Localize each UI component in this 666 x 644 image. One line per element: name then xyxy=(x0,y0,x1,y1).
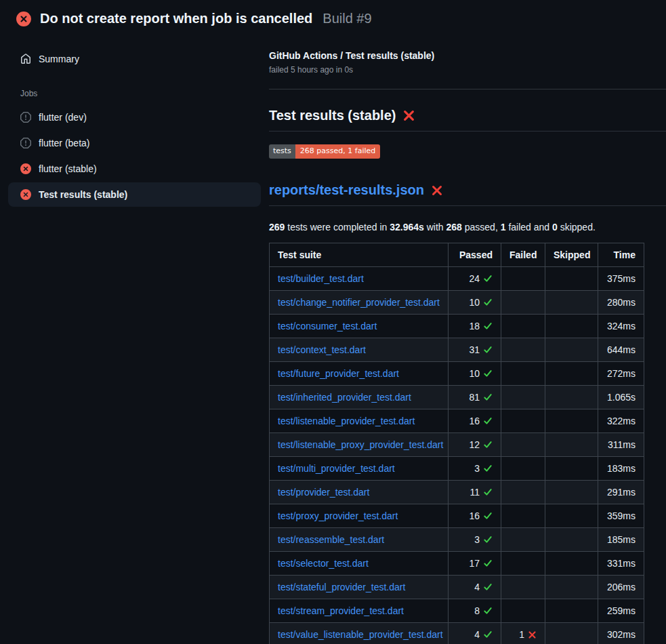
suite-link[interactable]: test/stateful_provider_test.dart xyxy=(278,582,405,592)
check-mark-icon xyxy=(483,630,493,639)
cross-mark-icon xyxy=(528,630,537,639)
page-title: Do not create report when job is cancell… xyxy=(40,11,312,26)
failed-cell xyxy=(501,481,545,504)
suite-link[interactable]: test/stream_provider_test.dart xyxy=(278,605,404,616)
run-meta: failed 5 hours ago in 0s xyxy=(269,65,666,75)
suite-cell: test/value_listenable_provider_test.dart xyxy=(270,623,449,644)
failed-count: 1 xyxy=(519,628,537,641)
passed-value: 24 xyxy=(469,272,480,285)
skipped-cell xyxy=(545,433,598,457)
section-title: Test results (stable) xyxy=(269,108,666,132)
suite-link[interactable]: test/value_listenable_provider_test.dart xyxy=(278,629,443,640)
table-row: test/inherited_provider_test.dart81 1.06… xyxy=(270,386,644,409)
suite-link[interactable]: test/listenable_proxy_provider_test.dart xyxy=(278,439,443,450)
check-mark-icon xyxy=(483,559,493,568)
x-circle-fill-icon xyxy=(20,189,31,200)
failed-cell xyxy=(501,315,545,338)
failed-cell xyxy=(501,267,545,291)
table-row: test/proxy_provider_test.dart16 359ms xyxy=(270,504,644,528)
skipped-cell xyxy=(545,528,598,552)
sidebar-summary-label: Summary xyxy=(39,52,79,66)
skipped-cell xyxy=(545,291,598,315)
suite-link[interactable]: test/context_test.dart xyxy=(278,344,366,355)
passed-value: 18 xyxy=(469,319,480,333)
skipped-cell xyxy=(545,386,598,409)
time-cell: 291ms xyxy=(598,481,644,504)
passed-cell: 17 xyxy=(449,552,501,576)
check-mark-icon xyxy=(483,535,493,544)
suite-link[interactable]: test/provider_test.dart xyxy=(278,487,369,498)
sidebar-item-test-results-stable-[interactable]: Test results (stable) xyxy=(8,182,261,207)
suite-link[interactable]: test/proxy_provider_test.dart xyxy=(278,510,398,521)
table-row: test/listenable_provider_test.dart16 322… xyxy=(270,409,644,433)
column-header-passed: Passed xyxy=(449,243,501,267)
divider xyxy=(269,89,666,89)
passed-cell: 10 xyxy=(449,291,501,315)
passed-count: 24 xyxy=(469,272,493,285)
job-label: flutter (stable) xyxy=(39,162,97,176)
passed-count: 17 xyxy=(469,557,493,570)
suite-link[interactable]: test/listenable_provider_test.dart xyxy=(278,416,415,426)
failed-cell xyxy=(501,409,545,433)
failed-cell xyxy=(501,433,545,457)
passed-count: 12 xyxy=(469,438,493,451)
sidebar-item-flutter-beta-[interactable]: flutter (beta) xyxy=(8,131,261,155)
suite-cell: test/stateful_provider_test.dart xyxy=(270,576,449,599)
passed-count: 16 xyxy=(469,414,493,428)
failed-cell xyxy=(501,552,545,576)
page-header: Do not create report when job is cancell… xyxy=(0,0,666,33)
passed-count: 8 xyxy=(474,604,493,618)
passed-value: 16 xyxy=(469,414,480,428)
passed-count: 31 xyxy=(469,343,493,357)
suite-link[interactable]: test/future_provider_test.dart xyxy=(278,368,399,379)
failed-cell xyxy=(501,338,545,362)
time-cell: 185ms xyxy=(598,528,644,552)
table-row: test/change_notifier_provider_test.dart1… xyxy=(270,291,644,315)
skipped-cell xyxy=(545,457,598,481)
suite-link[interactable]: test/inherited_provider_test.dart xyxy=(278,392,411,403)
breadcrumb: GitHub Actions / Test results (stable) xyxy=(269,50,666,61)
check-mark-icon xyxy=(483,321,493,331)
table-row: test/reassemble_test.dart3 185ms xyxy=(270,528,644,552)
summary-text-part: with xyxy=(424,222,446,233)
passed-cell: 3 xyxy=(449,457,501,481)
passed-value: 12 xyxy=(469,438,480,451)
suite-link[interactable]: test/consumer_test.dart xyxy=(278,321,377,331)
summary-text-part: 1 xyxy=(501,222,506,233)
job-label: flutter (dev) xyxy=(39,110,87,124)
passed-cell: 11 xyxy=(449,481,501,504)
suite-link[interactable]: test/reassemble_test.dart xyxy=(278,534,384,545)
check-mark-icon xyxy=(483,345,493,355)
passed-value: 10 xyxy=(469,367,480,380)
passed-value: 4 xyxy=(474,628,480,641)
passed-cell: 12 xyxy=(449,433,501,457)
suite-link[interactable]: test/selector_test.dart xyxy=(278,558,369,569)
time-cell: 1.065s xyxy=(598,386,644,409)
passed-value: 17 xyxy=(469,557,480,570)
skipped-cell xyxy=(545,409,598,433)
suite-cell: test/future_provider_test.dart xyxy=(270,362,449,386)
passed-value: 16 xyxy=(469,509,480,523)
suite-link[interactable]: test/multi_provider_test.dart xyxy=(278,463,395,474)
table-row: test/builder_test.dart24 375ms xyxy=(270,267,644,291)
suite-link[interactable]: test/change_notifier_provider_test.dart xyxy=(278,297,440,308)
summary-text-part: 0 xyxy=(552,222,558,233)
sidebar-item-flutter-dev-[interactable]: flutter (dev) xyxy=(8,105,261,129)
test-results-table: Test suitePassedFailedSkippedTime test/b… xyxy=(269,243,644,644)
jobs-list: flutter (dev) flutter (beta) flutter (st… xyxy=(0,105,269,207)
check-mark-icon xyxy=(483,274,493,283)
failed-cell: 1 xyxy=(501,623,545,644)
passed-cell: 3 xyxy=(449,528,501,552)
time-cell: 272ms xyxy=(598,362,644,386)
sidebar-item-flutter-stable-[interactable]: flutter (stable) xyxy=(8,157,261,181)
suite-cell: test/provider_test.dart xyxy=(270,481,449,504)
failed-cell xyxy=(501,528,545,552)
stop-icon xyxy=(20,138,31,148)
tests-badge-label: tests xyxy=(269,144,295,159)
report-title-link[interactable]: reports/test-results.json xyxy=(269,182,424,198)
suite-cell: test/multi_provider_test.dart xyxy=(270,457,449,481)
suite-link[interactable]: test/builder_test.dart xyxy=(278,273,364,284)
passed-count: 4 xyxy=(474,628,493,641)
suite-cell: test/stream_provider_test.dart xyxy=(270,599,449,623)
sidebar-item-summary[interactable]: Summary xyxy=(8,47,261,71)
